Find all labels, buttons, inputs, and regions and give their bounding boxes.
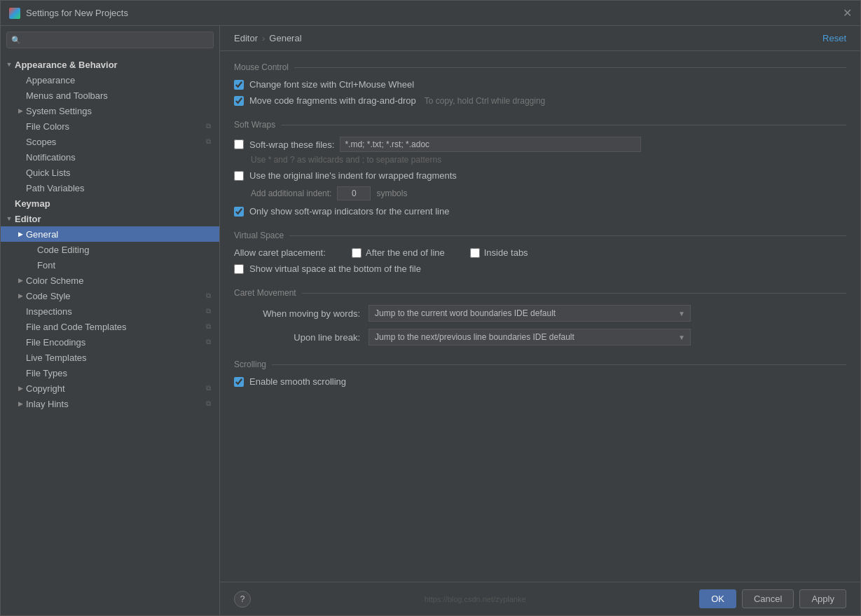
move-code-fragments-row: Move code fragments with drag-and-drop T… [234,95,846,106]
copy-icon: ⧉ [202,306,214,317]
soft-wrap-input[interactable] [340,137,641,152]
move-code-fragments-label[interactable]: Move code fragments with drag-and-drop [249,95,416,106]
moving-by-words-label: When moving by words: [234,308,360,319]
sidebar-item-menus-toolbars[interactable]: Menus and Toolbars [1,88,219,103]
sidebar-item-editor[interactable]: ▼ Editor [1,211,219,226]
scrolling-section: Scrolling Enable smooth scrolling [234,360,846,387]
show-virtual-space-row: Show virtual space at the bottom of the … [234,263,846,274]
sidebar-item-label: Appearance & Behavior [15,60,214,70]
expand-icon: ▼ [4,213,15,224]
expand-icon [15,136,26,147]
soft-wraps-section: Soft Wraps Soft-wrap these files: Use * … [234,120,846,217]
expand-icon [15,167,26,178]
caret-movement-section: Caret Movement When moving by words: Jum… [234,288,846,345]
line-break-wrapper: Jump to the next/previous line boundarie… [368,329,691,345]
expand-icon: ▶ [15,290,26,301]
sidebar-item-label: Path Variables [26,183,214,193]
sidebar-item-font[interactable]: Font [1,257,219,273]
soft-wrap-checkbox[interactable] [234,139,244,149]
expand-icon [26,244,37,255]
show-indicators-label[interactable]: Only show soft-wrap indicators for the c… [249,206,449,217]
after-end-checkbox[interactable] [352,248,361,258]
expand-icon [15,90,26,101]
original-indent-checkbox[interactable] [234,171,244,181]
sidebar-item-label: Appearance [26,75,214,85]
sidebar-item-inlay-hints[interactable]: ▶ Inlay Hints ⧉ [1,396,219,411]
sidebar-item-general[interactable]: ▶ General [1,226,219,242]
search-box: 🔍 [6,32,214,48]
sidebar-item-appearance[interactable]: Appearance [1,72,219,88]
sidebar-item-copyright[interactable]: ▶ Copyright ⧉ [1,381,219,396]
close-button[interactable]: ✕ [843,8,852,19]
sidebar-item-appearance-behavior[interactable]: ▼ Appearance & Behavior [1,57,219,72]
sidebar-item-inspections[interactable]: Inspections ⧉ [1,303,219,319]
sidebar-item-file-encodings[interactable]: File Encodings ⧉ [1,334,219,350]
apply-button[interactable]: Apply [799,589,846,608]
moving-by-words-dropdown[interactable]: Jump to the current word boundaries IDE … [368,305,691,322]
breadcrumb-current: General [269,33,301,43]
expand-icon [15,336,26,348]
sidebar-item-file-code-templates[interactable]: File and Code Templates ⧉ [1,319,219,334]
expand-icon [15,151,26,163]
sidebar-item-notifications[interactable]: Notifications [1,149,219,165]
sidebar-item-label: Editor [15,214,214,224]
show-indicators-checkbox[interactable] [234,207,244,217]
expand-icon: ▶ [15,275,26,286]
help-button[interactable]: ? [234,591,251,608]
sidebar-item-live-templates[interactable]: Live Templates [1,350,219,365]
soft-wraps-header: Soft Wraps [234,120,846,130]
sidebar-item-code-style[interactable]: ▶ Code Style ⧉ [1,288,219,303]
sidebar: 🔍 ▼ Appearance & Behavior Appearance Men… [1,26,220,615]
original-indent-label[interactable]: Use the original line's indent for wrapp… [249,170,457,181]
line-break-dropdown[interactable]: Jump to the next/previous line boundarie… [368,329,691,345]
soft-wrap-hint: Use * and ? as wildcards and ; to separa… [251,155,846,165]
after-end-option: After the end of line [352,247,445,258]
original-indent-row: Use the original line's indent for wrapp… [234,170,846,181]
sidebar-item-system-settings[interactable]: ▶ System Settings [1,103,219,118]
show-virtual-space-label[interactable]: Show virtual space at the bottom of the … [249,263,421,274]
sidebar-item-label: File Encodings [26,337,202,348]
expand-icon [15,321,26,332]
sidebar-item-label: Code Editing [37,245,214,255]
copy-icon: ⧉ [202,290,214,301]
sidebar-item-label: Live Templates [26,353,214,363]
inside-tabs-checkbox[interactable] [470,248,480,258]
sidebar-item-label: Inlay Hints [26,399,202,409]
virtual-space-section: Virtual Space Allow caret placement: Aft… [234,231,846,274]
sidebar-item-quick-lists[interactable]: Quick Lists [1,165,219,180]
settings-tree: ▼ Appearance & Behavior Appearance Menus… [1,54,219,615]
dialog-title: Settings for New Projects [26,8,128,18]
change-font-size-label[interactable]: Change font size with Ctrl+Mouse Wheel [249,79,414,90]
smooth-scrolling-row: Enable smooth scrolling [234,376,846,387]
sidebar-item-code-editing[interactable]: Code Editing [1,242,219,257]
smooth-scrolling-label[interactable]: Enable smooth scrolling [249,376,346,387]
smooth-scrolling-checkbox[interactable] [234,377,244,387]
breadcrumb-separator: › [262,33,265,43]
expand-icon [26,259,37,271]
show-virtual-space-checkbox[interactable] [234,264,244,274]
sidebar-item-scopes[interactable]: Scopes ⧉ [1,134,219,149]
inside-tabs-label[interactable]: Inside tabs [484,247,528,258]
move-code-fragments-checkbox[interactable] [234,96,244,106]
footer-url: https://blog.csdn.net/zyplanke [425,595,526,603]
reset-button[interactable]: Reset [822,33,846,43]
copy-icon: ⧉ [202,336,214,348]
change-font-size-checkbox[interactable] [234,80,244,90]
soft-wrap-label[interactable]: Soft-wrap these files: [249,139,334,150]
app-icon [9,8,20,19]
copy-icon: ⧉ [202,383,214,394]
sidebar-item-file-colors[interactable]: File Colors ⧉ [1,118,219,134]
search-input[interactable] [6,32,214,48]
dialog-body: 🔍 ▼ Appearance & Behavior Appearance Men… [1,26,860,615]
sidebar-item-path-variables[interactable]: Path Variables [1,180,219,196]
sidebar-item-file-types[interactable]: File Types [1,365,219,381]
additional-indent-input[interactable] [337,186,371,200]
copy-icon: ⧉ [202,398,214,409]
after-end-label[interactable]: After the end of line [366,247,445,258]
cancel-button[interactable]: Cancel [742,589,794,608]
sidebar-item-color-scheme[interactable]: ▶ Color Scheme [1,273,219,288]
copy-icon: ⧉ [202,136,214,147]
expand-icon [15,121,26,132]
ok-button[interactable]: OK [699,589,736,608]
sidebar-item-keymap[interactable]: Keymap [1,196,219,211]
